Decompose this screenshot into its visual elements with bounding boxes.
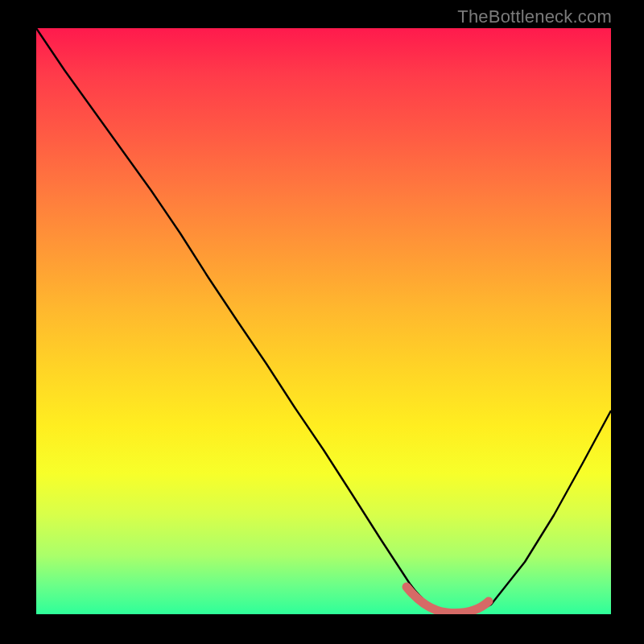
chart-frame: TheBottleneck.com: [0, 0, 644, 644]
watermark-text: TheBottleneck.com: [457, 6, 612, 27]
highlight-segment: [407, 587, 489, 613]
bottleneck-curve-svg: [36, 28, 611, 614]
bottleneck-curve: [36, 28, 611, 613]
gradient-plot-area: [36, 28, 611, 614]
